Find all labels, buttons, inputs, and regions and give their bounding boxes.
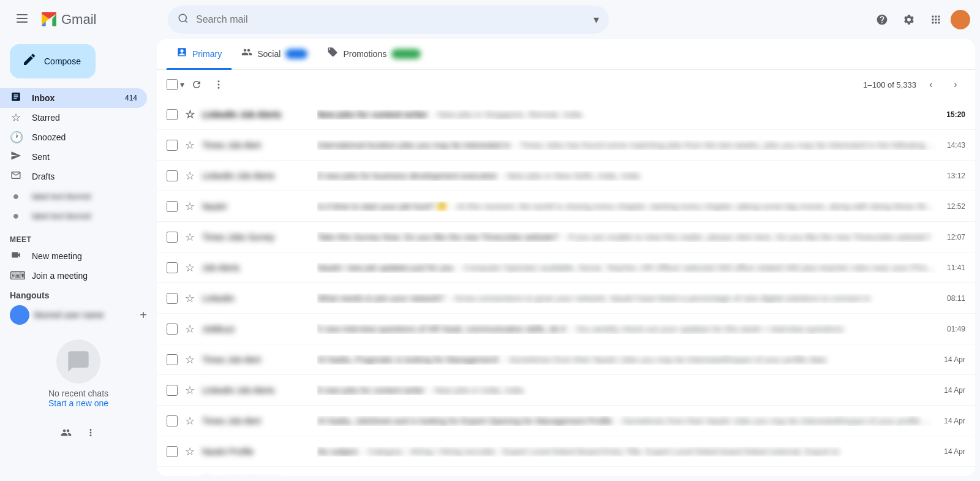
- email-row[interactable]: ☆ Times Job Alert Hi Nadia, Pragmatic is…: [157, 344, 975, 375]
- email-row[interactable]: ☆ Times Jobs Sign You Regular Now, Tips …: [157, 467, 975, 476]
- sidebar-item-label2[interactable]: ● label text blurred: [0, 206, 147, 225]
- star-icon[interactable]: ☆: [185, 414, 195, 428]
- row-checkbox[interactable]: [167, 232, 178, 243]
- email-row[interactable]: ☆ JobBuzz 5 new interview questions of H…: [157, 314, 975, 344]
- settings-button[interactable]: [897, 7, 921, 32]
- email-row[interactable]: ☆ LinkedIn What needs to join your netwo…: [157, 283, 975, 314]
- gmail-logo[interactable]: Gmail: [39, 10, 96, 29]
- email-time: 12:07: [947, 233, 965, 241]
- email-row[interactable]: ☆ Times Jobs Survey Take this Survey Now…: [157, 222, 975, 252]
- sidebar-item-label1[interactable]: ● label text blurred: [0, 186, 147, 206]
- sidebar-item-snoozed[interactable]: 🕐 Snoozed: [0, 127, 147, 147]
- email-toolbar: ▾ 1–100 of 5,333 ‹ ›: [157, 70, 975, 99]
- label1-text: label text blurred: [32, 192, 91, 201]
- row-checkbox[interactable]: [167, 262, 178, 273]
- email-row[interactable]: ☆ LinkedIn Job Alerts New jobs for conte…: [157, 99, 975, 130]
- avatar[interactable]: [951, 10, 970, 29]
- email-row[interactable]: ☆ LinkedIn Job Alerts 8 new jobs for con…: [157, 375, 975, 406]
- no-recent-chats: No recent chats Start a new one: [0, 330, 157, 418]
- row-checkbox[interactable]: [167, 385, 178, 396]
- search-expand-icon[interactable]: ▾: [594, 13, 599, 26]
- star-icon[interactable]: ☆: [185, 384, 195, 397]
- email-subject: What needs to join your network?: [317, 294, 445, 303]
- star-icon[interactable]: ☆: [185, 292, 195, 305]
- row-checkbox[interactable]: [167, 109, 178, 120]
- topbar-right: [870, 7, 970, 32]
- apps-button[interactable]: [924, 7, 948, 32]
- email-row[interactable]: ☆ Job Alerts Naukri: new job updates jus…: [157, 252, 975, 283]
- refresh-button[interactable]: [187, 75, 206, 94]
- row-checkbox[interactable]: [167, 170, 178, 181]
- star-icon[interactable]: ☆: [185, 169, 195, 183]
- svg-point-7: [218, 87, 220, 89]
- hangout-avatar: [10, 305, 29, 325]
- email-row[interactable]: ☆ Naukri Profile No subject - Category :…: [157, 436, 975, 467]
- hangout-name: blurred user name: [34, 310, 135, 320]
- email-content: Hi Nadia, JobStreet and is looking for E…: [317, 416, 934, 426]
- label2-text: label text blurred: [32, 211, 91, 221]
- email-row[interactable]: ☆ LinkedIn Job Alerts 8 new jobs for bus…: [157, 161, 975, 191]
- start-new-chat-link[interactable]: Start a new one: [48, 398, 108, 408]
- row-checkbox[interactable]: [167, 140, 178, 151]
- star-icon[interactable]: ☆: [185, 200, 195, 213]
- search-input[interactable]: [196, 14, 586, 25]
- email-time: 14 Apr: [944, 355, 965, 364]
- email-time: 14 Apr: [944, 417, 965, 425]
- sender-name: Job Alerts: [202, 263, 312, 273]
- help-button[interactable]: [870, 7, 894, 32]
- add-hangout-button[interactable]: +: [140, 308, 147, 322]
- svg-rect-2: [17, 21, 28, 23]
- more-toolbar-button[interactable]: [209, 75, 228, 94]
- prev-page-button[interactable]: ‹: [921, 75, 941, 94]
- email-content: What needs to join your network? - Grow …: [317, 294, 937, 303]
- pagination: 1–100 of 5,333 ‹ ›: [863, 75, 965, 94]
- email-row[interactable]: ☆ Naukri Is it time to start your job hu…: [157, 191, 975, 222]
- search-icon: [178, 13, 189, 27]
- email-preview: - At this moment, the world is closing e…: [452, 202, 937, 211]
- email-row[interactable]: ☆ Times Job Alert International location…: [157, 130, 975, 161]
- tab-primary[interactable]: Primary: [167, 39, 232, 70]
- starred-icon: ☆: [10, 111, 22, 124]
- tab-promotions[interactable]: Promotions: [317, 39, 431, 70]
- email-content: No subject - Category : Hiring / Hiring …: [317, 447, 934, 456]
- star-icon[interactable]: ☆: [185, 138, 195, 152]
- email-content: International location jobs you may be i…: [317, 140, 937, 150]
- star-icon[interactable]: ☆: [185, 230, 195, 244]
- sidebar-item-join-meeting[interactable]: ⌨ Join a meeting: [0, 266, 147, 286]
- email-subject: 8 new jobs for content writer: [317, 385, 424, 395]
- row-checkbox[interactable]: [167, 324, 178, 335]
- star-icon[interactable]: ☆: [185, 475, 195, 477]
- star-icon[interactable]: ☆: [185, 108, 195, 121]
- star-icon[interactable]: ☆: [185, 322, 195, 336]
- email-content: Naukri: new job updates just for you - C…: [317, 263, 937, 273]
- sidebar-item-sent[interactable]: Sent: [0, 147, 147, 167]
- select-dropdown-icon[interactable]: ▾: [180, 80, 184, 89]
- email-preview: - Category : Hiring / Hiring recruiter :…: [363, 447, 934, 456]
- email-time: 13:12: [947, 172, 965, 180]
- select-all-checkbox[interactable]: [167, 79, 178, 90]
- email-time: 15:20: [946, 110, 965, 119]
- star-icon[interactable]: ☆: [185, 353, 195, 366]
- row-checkbox[interactable]: [167, 446, 178, 457]
- contacts-icon-button[interactable]: [56, 423, 76, 442]
- row-checkbox[interactable]: [167, 201, 178, 212]
- sidebar-item-starred[interactable]: ☆ Starred: [0, 108, 147, 127]
- sidebar-item-drafts[interactable]: Drafts: [0, 167, 147, 186]
- hamburger-button[interactable]: [10, 7, 34, 32]
- next-page-button[interactable]: ›: [946, 75, 965, 94]
- more-options-button[interactable]: [81, 423, 100, 442]
- sender-name: Times Job Alert: [202, 416, 312, 426]
- tab-social[interactable]: Social: [232, 39, 317, 70]
- row-checkbox[interactable]: [167, 415, 178, 426]
- row-checkbox[interactable]: [167, 354, 178, 365]
- row-checkbox[interactable]: [167, 293, 178, 304]
- compose-button[interactable]: Compose: [10, 44, 96, 78]
- star-icon[interactable]: ☆: [185, 445, 195, 458]
- sidebar-item-inbox[interactable]: Inbox 414: [0, 88, 147, 108]
- email-row[interactable]: ☆ Times Job Alert Hi Nadia, JobStreet an…: [157, 406, 975, 436]
- star-icon[interactable]: ☆: [185, 261, 195, 275]
- email-time: 11:41: [947, 263, 965, 272]
- new-meeting-icon: [10, 249, 22, 263]
- sidebar-item-new-meeting[interactable]: New meeting: [0, 246, 147, 266]
- search-bar[interactable]: ▾: [168, 6, 609, 34]
